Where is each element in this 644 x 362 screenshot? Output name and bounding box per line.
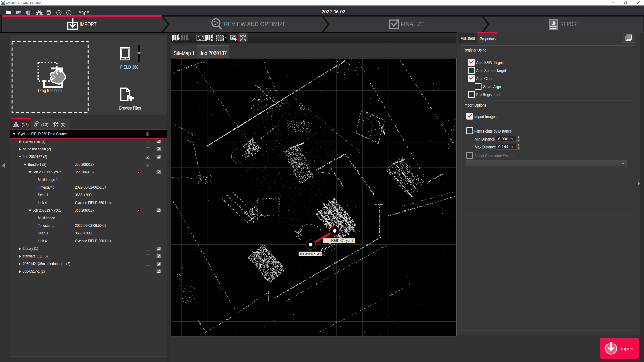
svg-text:IMPORT: IMPORT: [80, 21, 96, 28]
svg-text:FINALIZE: FINALIZE: [400, 21, 425, 27]
svg-text:REPORT: REPORT: [560, 21, 579, 27]
svg-text:REVIEW AND OPTIMIZE: REVIEW AND OPTIMIZE: [224, 21, 286, 27]
svg-text:?: ?: [58, 11, 60, 15]
